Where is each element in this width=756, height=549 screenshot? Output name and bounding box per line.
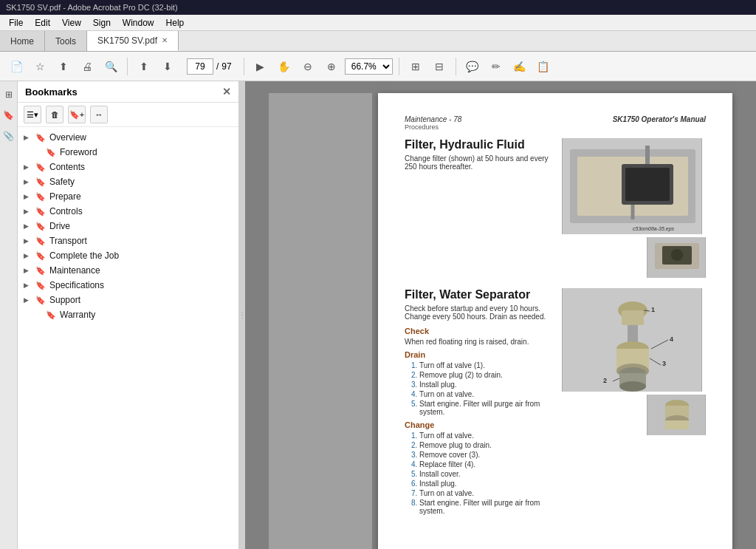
- chevron-right-icon: ▶: [24, 237, 34, 245]
- page-header-right: SK1750 Operator's Manual: [613, 115, 706, 131]
- bookmarks-expand-button[interactable]: ↔: [90, 106, 108, 123]
- change-step-4: Replace filter (4).: [419, 460, 554, 468]
- svg-text:c53om06a-35.eps: c53om06a-35.eps: [633, 226, 675, 232]
- page-total: 97: [221, 61, 231, 72]
- bookmarks-new-button[interactable]: 🔖+: [68, 106, 86, 123]
- hand-tool-button[interactable]: ✋: [274, 56, 295, 77]
- tab-tools[interactable]: Tools: [45, 31, 87, 51]
- menu-sign[interactable]: Sign: [87, 16, 117, 30]
- water-separator-title: Filter, Water Separator: [405, 288, 554, 301]
- drain-steps-list: Turn off at valve (1). Remove plug (2) t…: [405, 361, 554, 416]
- bookmark-item-support[interactable]: ▶ 🔖 Support: [18, 293, 238, 307]
- fit-width-button[interactable]: ⊟: [429, 56, 450, 77]
- tab-tools-label: Tools: [55, 36, 76, 47]
- print-button[interactable]: 🖨: [77, 56, 97, 77]
- svg-point-21: [619, 381, 646, 392]
- menu-file[interactable]: File: [3, 16, 29, 30]
- bookmark-icon: 🔖: [35, 266, 46, 276]
- bookmark-item-warranty[interactable]: 🔖 Warranty: [18, 307, 238, 322]
- water-separator-main-image: 1 4 3 2 c5som0doa2.Geps: [562, 288, 702, 392]
- bookmark-icon: 🔖: [35, 251, 46, 261]
- bookmark-label-controls: Controls: [49, 206, 83, 216]
- highlight-button[interactable]: ✏: [486, 56, 506, 77]
- new-file-button[interactable]: 📄: [6, 56, 27, 77]
- change-step-7: Turn on at valve.: [419, 489, 554, 497]
- bookmarks-options-button[interactable]: ☰▾: [24, 106, 41, 123]
- tab-home[interactable]: Home: [0, 31, 45, 51]
- svg-text:1: 1: [651, 306, 655, 313]
- bookmark-icon: 🔖: [35, 163, 46, 172]
- bookmarks-list: ▶ 🔖 Overview 🔖 Foreword ▶ 🔖 Contents ▶ 🔖: [18, 127, 238, 549]
- change-step-2: Remove plug to drain.: [419, 441, 554, 449]
- drain-title: Drain: [405, 350, 554, 359]
- bookmark-item-complete-job[interactable]: ▶ 🔖 Complete the Job: [18, 248, 238, 263]
- bookmark-item-maintenance[interactable]: ▶ 🔖 Maintenance: [18, 263, 238, 278]
- bookmark-label-maintenance: Maintenance: [49, 265, 100, 276]
- tab-close-icon[interactable]: ✕: [162, 36, 168, 44]
- zoom-out-small-button[interactable]: 🔍: [100, 56, 121, 77]
- bookmark-icon: 🔖: [35, 192, 46, 202]
- panel-divider[interactable]: ⋮: [239, 81, 245, 549]
- drain-step-3: Install plug.: [419, 381, 554, 389]
- upload-button[interactable]: ⬆: [53, 56, 74, 77]
- hydraulic-filter-detail-illustration: [647, 237, 705, 278]
- bookmarks-close-icon[interactable]: ✕: [222, 86, 231, 98]
- menu-edit[interactable]: Edit: [29, 16, 56, 30]
- side-icons-panel: ⊞ 🔖 📎: [0, 81, 18, 549]
- comment-button[interactable]: 💬: [462, 56, 483, 77]
- bookmark-item-overview[interactable]: ▶ 🔖 Overview: [18, 130, 238, 145]
- chevron-right-icon: ▶: [24, 208, 34, 215]
- action-button[interactable]: 📋: [533, 56, 554, 77]
- bookmark-icon: 🔖: [35, 133, 46, 143]
- menu-window[interactable]: Window: [117, 16, 160, 30]
- page-separator: /: [216, 61, 219, 72]
- pdf-page: Maintenance - 78 Procedures SK1750 Opera…: [378, 93, 732, 549]
- bookmark-item-drive[interactable]: ▶ 🔖 Drive: [18, 219, 238, 233]
- change-step-1: Turn off at valve.: [419, 432, 554, 440]
- chevron-right-icon: ▶: [24, 252, 34, 259]
- bookmark-label-prepare: Prepare: [49, 191, 81, 202]
- water-separator-images: 1 4 3 2 c5som0doa2.Geps: [562, 288, 706, 518]
- bookmark-item-transport[interactable]: ▶ 🔖 Transport: [18, 233, 238, 248]
- side-icon-bookmarks[interactable]: 🔖: [1, 108, 16, 123]
- drain-step-4: Turn on at valve.: [419, 390, 554, 398]
- hydraulic-fluid-title: Filter, Hydraulic Fluid: [405, 138, 554, 151]
- bookmark-item-prepare[interactable]: ▶ 🔖 Prepare: [18, 189, 238, 204]
- water-separator-section: Filter, Water Separator Check before sta…: [405, 288, 706, 518]
- draw-button[interactable]: ✍: [509, 56, 530, 77]
- bookmark-label-safety: Safety: [49, 177, 75, 187]
- bookmark-item-contents[interactable]: ▶ 🔖 Contents: [18, 160, 238, 174]
- prev-page-button[interactable]: ⬆: [134, 56, 154, 77]
- tab-pdf[interactable]: SK1750 SV.pdf ✕: [87, 31, 179, 51]
- bookmark-item-foreword[interactable]: 🔖 Foreword: [18, 145, 238, 160]
- bookmark-icon: 🔖: [35, 281, 46, 290]
- side-icon-pages[interactable]: ⊞: [1, 87, 16, 102]
- change-step-6: Install plug.: [419, 480, 554, 488]
- menu-view[interactable]: View: [56, 16, 87, 30]
- bookmark-button[interactable]: ☆: [30, 56, 50, 77]
- bookmark-item-safety[interactable]: ▶ 🔖 Safety: [18, 174, 238, 189]
- zoom-out-button[interactable]: ⊖: [298, 56, 318, 77]
- fit-page-button[interactable]: ⊞: [405, 56, 426, 77]
- bookmark-item-controls[interactable]: ▶ 🔖 Controls: [18, 204, 238, 219]
- drain-step-1: Turn off at valve (1).: [419, 361, 554, 369]
- bookmark-icon: 🔖: [35, 222, 46, 231]
- cursor-tool-button[interactable]: ▶: [250, 56, 271, 77]
- chevron-right-icon: ▶: [24, 134, 34, 141]
- menu-help[interactable]: Help: [160, 16, 190, 30]
- bookmarks-delete-button[interactable]: 🗑: [46, 106, 63, 123]
- bookmark-label-contents: Contents: [49, 162, 85, 172]
- zoom-in-button[interactable]: ⊕: [321, 56, 342, 77]
- zoom-select[interactable]: 66.7% 50% 75% 100% 125% 150%: [345, 58, 393, 75]
- bookmark-label-warranty: Warranty: [60, 310, 95, 320]
- side-icon-attachments[interactable]: 📎: [1, 129, 16, 143]
- toolbar: 📄 ☆ ⬆ 🖨 🔍 ⬆ ⬇ 79 / 97 ▶ ✋ ⊖ ⊕ 66.7% 50% …: [0, 52, 756, 81]
- chevron-right-icon: ▶: [24, 193, 34, 200]
- water-separator-text: Filter, Water Separator Check before sta…: [405, 288, 554, 518]
- hydraulic-fluid-images: c53om06a-35.eps: [562, 138, 706, 278]
- bookmark-label-support: Support: [49, 295, 80, 305]
- bookmarks-header: Bookmarks ✕: [18, 81, 238, 103]
- bookmark-item-specifications[interactable]: ▶ 🔖 Specifications: [18, 278, 238, 293]
- page-number-input[interactable]: 79: [187, 58, 213, 75]
- next-page-button[interactable]: ⬇: [157, 56, 178, 77]
